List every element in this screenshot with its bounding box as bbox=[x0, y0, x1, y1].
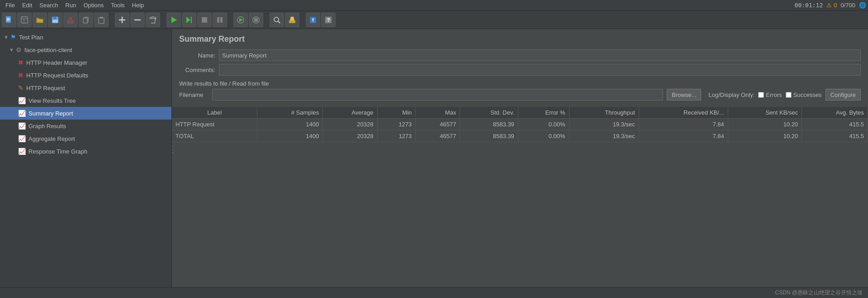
cell-1-row-0: 1400 bbox=[257, 119, 323, 130]
new-button[interactable] bbox=[2, 13, 16, 27]
name-input[interactable] bbox=[219, 49, 861, 61]
table-row: HTTP Request1400203281273465778583.390.0… bbox=[172, 119, 868, 130]
globe-icon: 🌐 bbox=[859, 2, 866, 9]
clear-button[interactable] bbox=[146, 13, 160, 27]
col-average: Average bbox=[323, 107, 377, 119]
save-button[interactable] bbox=[48, 13, 62, 27]
stop-button[interactable] bbox=[197, 13, 212, 27]
tree-item-http-request[interactable]: ✎ HTTP Request bbox=[0, 82, 171, 94]
tree-label-response-time-graph: Response Time Graph bbox=[28, 148, 87, 155]
col-received-kb: Received KB/... bbox=[639, 107, 728, 119]
cell-5-row-0: 8583.39 bbox=[460, 119, 518, 130]
svg-rect-9 bbox=[53, 17, 56, 19]
toolbar: f ? bbox=[0, 11, 868, 29]
remote-stop-button[interactable] bbox=[249, 13, 263, 27]
tree-label-face-petition-client: face-petition-client bbox=[24, 47, 72, 53]
svg-rect-26 bbox=[202, 17, 207, 23]
help-button[interactable]: ? bbox=[321, 13, 336, 27]
highlight-button[interactable] bbox=[285, 13, 299, 27]
warning-badge: ⚠ 0 bbox=[826, 2, 837, 9]
watermark-text: CSDN @愚昧之山绝望之谷开悟之坡 bbox=[775, 289, 863, 297]
tree-label-aggregate-report: Aggregate Report bbox=[28, 135, 75, 142]
paste-button[interactable] bbox=[94, 13, 109, 27]
summary-report-icon: 📈 bbox=[18, 110, 26, 117]
cell-3-row-1: 1273 bbox=[377, 130, 416, 142]
tree-label-test-plan: Test Plan bbox=[19, 34, 43, 41]
counter-badge: 0/700 bbox=[840, 2, 855, 9]
log-display-label: Log/Display Only: bbox=[708, 91, 754, 98]
col-label: Label bbox=[172, 107, 257, 119]
svg-line-13 bbox=[69, 17, 71, 21]
menubar: File Edit Search Run Options Tools Help … bbox=[0, 0, 868, 11]
tree-label-http-request: HTTP Request bbox=[26, 85, 65, 91]
menu-tools[interactable]: Tools bbox=[107, 1, 128, 10]
response-time-graph-icon: 📈 bbox=[18, 148, 26, 155]
errors-checkbox[interactable] bbox=[758, 92, 764, 98]
svg-rect-10 bbox=[52, 20, 58, 23]
testplan-icon: ⚑ bbox=[10, 34, 16, 41]
start-no-pause-button[interactable] bbox=[182, 13, 196, 27]
successes-checkbox-group: Successes bbox=[786, 91, 822, 98]
cell-4-row-0: 46577 bbox=[416, 119, 460, 130]
tree-item-summary-report[interactable]: 📈 Summary Report bbox=[0, 107, 171, 120]
tree-item-graph-results[interactable]: 📈 Graph Results bbox=[0, 120, 171, 132]
remote-start-button[interactable] bbox=[233, 13, 248, 27]
tree-item-response-time-graph[interactable]: 📈 Response Time Graph bbox=[0, 145, 171, 158]
drag-handle[interactable]: ⋮ bbox=[168, 144, 172, 154]
summary-table: Label # Samples Average Min Max Std. Dev… bbox=[172, 107, 868, 142]
svg-rect-28 bbox=[220, 17, 223, 23]
form-section: Name: Comments: bbox=[172, 48, 868, 77]
col-throughput: Throughput bbox=[569, 107, 639, 119]
search-button[interactable] bbox=[270, 13, 284, 27]
add-button[interactable] bbox=[115, 13, 129, 27]
menu-file[interactable]: File bbox=[2, 1, 19, 10]
templates-button[interactable] bbox=[17, 13, 32, 27]
svg-rect-5 bbox=[21, 17, 28, 23]
menu-run[interactable]: Run bbox=[62, 1, 80, 10]
cell-0-row-0: HTTP Request bbox=[172, 119, 257, 130]
tree-item-http-header-manager[interactable]: ✖ HTTP Header Manager bbox=[0, 56, 171, 69]
svg-rect-35 bbox=[289, 20, 295, 23]
tree-label-graph-results: Graph Results bbox=[28, 123, 66, 130]
errors-label: Errors bbox=[766, 91, 782, 98]
http-header-icon: ✖ bbox=[18, 59, 24, 66]
svg-rect-27 bbox=[217, 17, 219, 23]
successes-checkbox[interactable] bbox=[786, 92, 792, 98]
table-header-row: Label # Samples Average Min Max Std. Dev… bbox=[172, 107, 868, 119]
name-row: Name: bbox=[179, 49, 861, 61]
svg-marker-36 bbox=[290, 17, 294, 20]
filename-input[interactable] bbox=[212, 89, 663, 101]
log-options: Log/Display Only: Errors Successes Confi… bbox=[708, 89, 861, 101]
menu-edit[interactable]: Edit bbox=[19, 1, 36, 10]
browse-button[interactable]: Browse... bbox=[667, 89, 701, 101]
copy-button[interactable] bbox=[79, 13, 93, 27]
sidebar-tree: ▼ ⚑ Test Plan ▼ ⚙ face-petition-client ✖… bbox=[0, 29, 172, 287]
col-min: Min bbox=[377, 107, 416, 119]
comments-input[interactable] bbox=[219, 64, 861, 76]
tree-item-http-request-defaults[interactable]: ✖ HTTP Request Defaults bbox=[0, 69, 171, 82]
remove-button[interactable] bbox=[130, 13, 145, 27]
tree-item-view-results-tree[interactable]: 📈 View Results Tree bbox=[0, 94, 171, 107]
cell-2-row-0: 20328 bbox=[323, 119, 377, 130]
svg-marker-30 bbox=[239, 18, 243, 22]
cell-9-row-1: 10.20 bbox=[728, 130, 802, 142]
tree-label-http-header-manager: HTTP Header Manager bbox=[26, 59, 87, 66]
open-button[interactable] bbox=[33, 13, 47, 27]
menu-search[interactable]: Search bbox=[36, 1, 62, 10]
svg-marker-23 bbox=[171, 17, 177, 23]
cut-button[interactable] bbox=[63, 13, 78, 27]
run-button[interactable] bbox=[166, 13, 181, 27]
tree-item-face-petition-client[interactable]: ▼ ⚙ face-petition-client bbox=[0, 43, 171, 56]
tree-item-test-plan[interactable]: ▼ ⚑ Test Plan bbox=[0, 31, 171, 43]
col-samples: # Samples bbox=[257, 107, 323, 119]
menu-help[interactable]: Help bbox=[128, 1, 148, 10]
cell-2-row-1: 20328 bbox=[323, 130, 377, 142]
configure-button[interactable]: Configure bbox=[825, 89, 861, 101]
graph-results-icon: 📈 bbox=[18, 122, 26, 130]
main-area: ▼ ⚑ Test Plan ▼ ⚙ face-petition-client ✖… bbox=[0, 29, 868, 287]
menu-options[interactable]: Options bbox=[80, 1, 107, 10]
tree-item-aggregate-report[interactable]: 📈 Aggregate Report bbox=[0, 132, 171, 145]
svg-point-11 bbox=[68, 21, 70, 23]
shutdown-button[interactable] bbox=[213, 13, 227, 27]
function-helper-button[interactable]: f bbox=[306, 13, 320, 27]
